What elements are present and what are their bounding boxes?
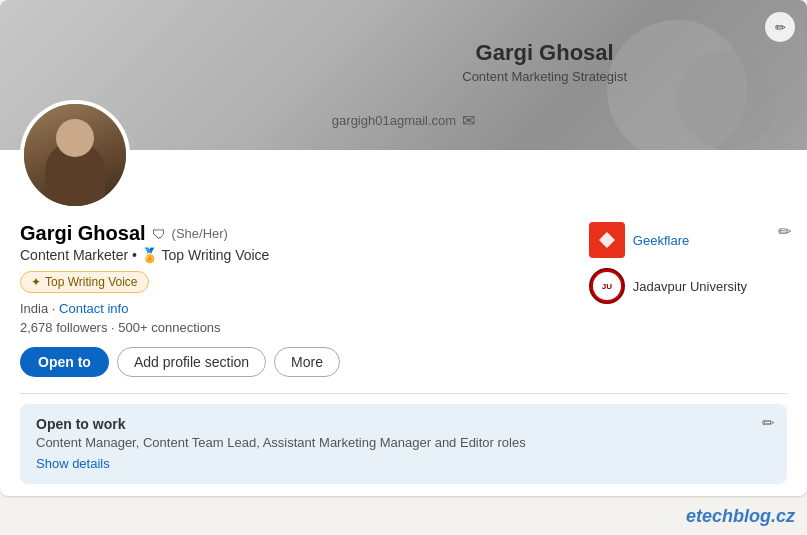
edit-open-to-work-button[interactable]: ✏ [762,414,775,432]
companies-section: Geekflare JU Jadavpur University [589,222,747,304]
connections-count: 500+ connections [118,320,220,335]
profile-card: Gargi Ghosal Content Marketing Strategis… [0,0,807,496]
jadavpur-logo-inner: JU [593,272,621,300]
followers-count: 2,678 followers [20,320,107,335]
banner-text: Gargi Ghosal Content Marketing Strategis… [462,40,627,84]
avatar-image [24,104,126,206]
geekflare-logo [589,222,625,258]
shield-icon: 🛡 [152,226,166,242]
page-wrapper: Gargi Ghosal Content Marketing Strategis… [0,0,807,535]
geekflare-link[interactable]: Geekflare [633,233,689,248]
location-sep: · [52,301,59,316]
banner-name: Gargi Ghosal [462,40,627,66]
location-text: India [20,301,48,316]
badge-icon: ✦ [31,275,41,289]
add-profile-section-button[interactable]: Add profile section [117,347,266,377]
pencil-icon: ✏ [778,223,791,240]
headline-text: Content Marketer • 🏅 Top Writing Voice [20,247,269,263]
more-button[interactable]: More [274,347,340,377]
company-row-jadavpur: JU Jadavpur University [589,268,747,304]
pencil-icon: ✏ [762,414,775,431]
show-details-link[interactable]: Show details [36,456,110,471]
pencil-icon: ✏ [775,20,786,35]
jadavpur-logo: JU [589,268,625,304]
open-to-work-title: Open to work [36,416,771,432]
open-to-work-description: Content Manager, Content Team Lead, Assi… [36,435,771,450]
watermark: etechblog.cz [686,506,795,527]
top-writing-voice-badge: ✦ Top Writing Voice [20,271,149,293]
contact-info-link[interactable]: Contact info [59,301,128,316]
profile-name: Gargi Ghosal [20,222,146,245]
company-row-geekflare: Geekflare [589,222,747,258]
action-buttons: Open to Add profile section More [20,347,787,377]
profile-body: ✏ Geekflare JU Jadavpur University [0,210,807,393]
svg-marker-0 [599,232,615,248]
edit-banner-button[interactable]: ✏ [765,12,795,42]
open-to-button[interactable]: Open to [20,347,109,377]
badge-text: Top Writing Voice [45,275,138,289]
followers-row: 2,678 followers · 500+ connections [20,320,787,335]
avatar [20,100,130,210]
avatar-section [0,100,807,210]
pronouns: (She/Her) [172,226,228,241]
jadavpur-name: Jadavpur University [633,279,747,294]
geekflare-logo-icon [598,231,616,249]
separator [20,393,787,394]
banner-title: Content Marketing Strategist [462,69,627,84]
edit-profile-button[interactable]: ✏ [778,222,791,241]
open-to-work-card: ✏ Open to work Content Manager, Content … [20,404,787,484]
